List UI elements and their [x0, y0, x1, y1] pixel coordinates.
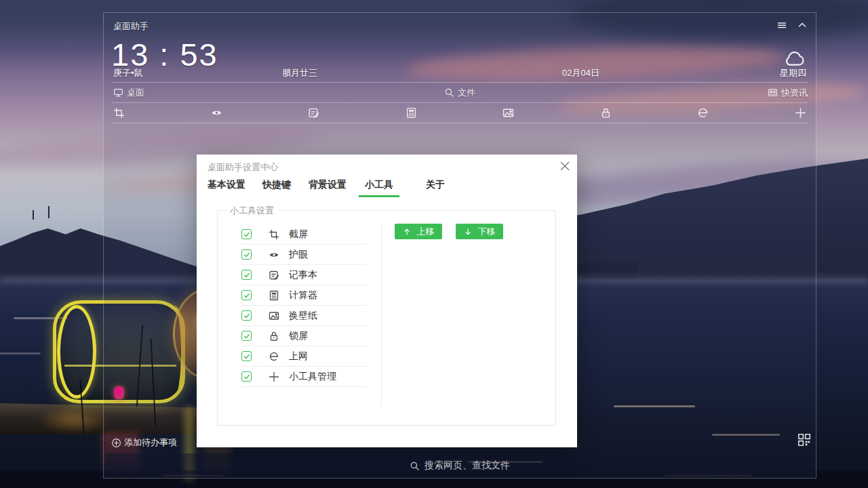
settings-dialog: 桌面助手设置中心 基本设置 快捷键 背景设置 小工具 关于 小工具设置 截屏 护… — [197, 155, 577, 447]
collapse-chevron-up-icon[interactable] — [797, 20, 808, 30]
divider — [112, 123, 808, 123]
qr-code-icon[interactable] — [797, 432, 812, 447]
notepad-icon — [269, 270, 279, 281]
antenna — [33, 210, 34, 220]
widget-label: 锁屏 — [289, 330, 308, 342]
widget-toolbar — [104, 102, 816, 123]
screen: 桌面助手 13 : 53 庚子•鼠 腊月廿三 02月04日 星期四 桌面 文件 … — [0, 0, 868, 488]
widget-row-eyecare: 护眼 — [241, 245, 368, 265]
widget-label: 计算器 — [289, 289, 317, 302]
widget-checkbox[interactable] — [241, 310, 252, 321]
check-icon — [243, 332, 251, 340]
lunar-date: 腊月廿三 — [282, 67, 317, 79]
news-icon — [768, 87, 778, 98]
widget-checkbox[interactable] — [241, 249, 252, 260]
check-icon — [243, 230, 251, 239]
plus-icon — [269, 371, 279, 382]
widget-list: 截屏 护眼 记事本 计算器 — [241, 224, 368, 387]
plus-circle-icon — [111, 438, 121, 448]
widget-row-lockscreen: 锁屏 — [241, 326, 368, 346]
add-todo-label: 添加待办事项 — [124, 436, 177, 449]
search-icon — [410, 461, 420, 471]
reorder-buttons: 上移 下移 — [395, 224, 503, 239]
move-up-button[interactable]: 上移 — [395, 224, 442, 239]
check-icon — [243, 271, 251, 279]
widget-label: 截屏 — [289, 228, 308, 241]
widget-row-internet: 上网 — [241, 346, 368, 367]
move-down-label: 下移 — [478, 226, 496, 238]
search-icon — [444, 87, 454, 98]
widget-checkbox[interactable] — [241, 371, 252, 382]
widget-row-wallpaper: 换壁纸 — [241, 306, 368, 326]
dialog-title: 桌面助手设置中心 — [208, 161, 278, 174]
nav-quick-news[interactable]: 快资讯 — [768, 83, 808, 102]
reflection-streak — [0, 352, 41, 354]
widget-label: 记事本 — [289, 269, 317, 281]
widget-label: 护眼 — [289, 249, 308, 261]
widget-checkbox[interactable] — [241, 331, 252, 341]
widget-row-screenshot: 截屏 — [241, 224, 368, 245]
widget-label: 换壁纸 — [289, 310, 317, 322]
plus-icon[interactable] — [795, 107, 806, 119]
settings-tabs: 基本设置 快捷键 背景设置 小工具 关于 — [208, 179, 445, 197]
antenna — [48, 206, 50, 218]
lock-icon — [269, 331, 279, 342]
search-bar[interactable]: 搜索网页、查找文件 — [106, 453, 814, 478]
check-icon — [243, 312, 251, 320]
widget-checkbox[interactable] — [241, 270, 252, 280]
calculator-icon — [269, 290, 279, 301]
widget-row-notepad: 记事本 — [241, 265, 368, 285]
weekday: 星期四 — [780, 67, 806, 79]
widget-settings-legend: 小工具设置 — [226, 205, 278, 217]
check-icon — [243, 251, 251, 259]
gregorian-date: 02月04日 — [562, 67, 599, 79]
nav-news-label: 快资讯 — [781, 87, 808, 99]
widget-row-calculator: 计算器 — [241, 285, 368, 306]
widget-checkbox[interactable] — [241, 290, 252, 300]
eye-icon — [269, 249, 279, 260]
search-placeholder: 搜索网页、查找文件 — [425, 460, 510, 472]
nav-files-label: 文件 — [458, 87, 475, 99]
close-icon[interactable] — [559, 160, 571, 172]
widget-label: 上网 — [289, 350, 308, 363]
zodiac-year: 庚子•鼠 — [113, 67, 143, 79]
lock-icon[interactable] — [600, 107, 612, 119]
tab-about[interactable]: 关于 — [426, 179, 445, 197]
widget-row-widget-manager: 小工具管理 — [241, 367, 368, 387]
tab-shortcuts[interactable]: 快捷键 — [262, 179, 291, 197]
bubble-tent-ring — [57, 305, 96, 399]
arrow-up-icon — [403, 228, 411, 236]
check-icon — [243, 352, 251, 361]
divider — [381, 225, 382, 406]
widget-settings-group: 小工具设置 截屏 护眼 记事本 — [217, 210, 556, 426]
add-todo-button[interactable]: 添加待办事项 — [111, 436, 177, 449]
check-icon — [243, 373, 251, 381]
widget-label: 小工具管理 — [289, 371, 336, 383]
move-down-button[interactable]: 下移 — [456, 224, 503, 239]
check-icon — [243, 291, 251, 300]
move-up-label: 上移 — [417, 226, 435, 238]
arrow-down-icon — [464, 228, 472, 236]
browser-icon — [269, 351, 279, 362]
tab-basic-settings[interactable]: 基本设置 — [208, 179, 245, 197]
eye-icon[interactable] — [211, 107, 222, 119]
tab-widgets[interactable]: 小工具 — [365, 179, 393, 197]
crop-icon — [269, 229, 279, 240]
calculator-icon[interactable] — [406, 107, 417, 119]
tab-background-settings[interactable]: 背景设置 — [309, 179, 347, 197]
hamburger-menu-icon[interactable] — [776, 20, 787, 30]
notepad-icon[interactable] — [308, 107, 319, 119]
panel-nav-row: 桌面 文件 快资讯 — [104, 83, 816, 102]
wallpaper-icon[interactable] — [502, 107, 514, 119]
crop-icon[interactable] — [113, 107, 125, 119]
wallpaper-icon — [269, 310, 279, 321]
widget-checkbox[interactable] — [241, 229, 252, 239]
browser-icon[interactable] — [697, 107, 709, 119]
panel-menu-buttons — [776, 20, 808, 30]
panel-title: 桌面助手 — [113, 20, 149, 33]
nav-file-search[interactable]: 文件 — [104, 83, 816, 102]
widget-checkbox[interactable] — [241, 351, 252, 361]
weather-cloud-icon[interactable] — [781, 47, 808, 70]
